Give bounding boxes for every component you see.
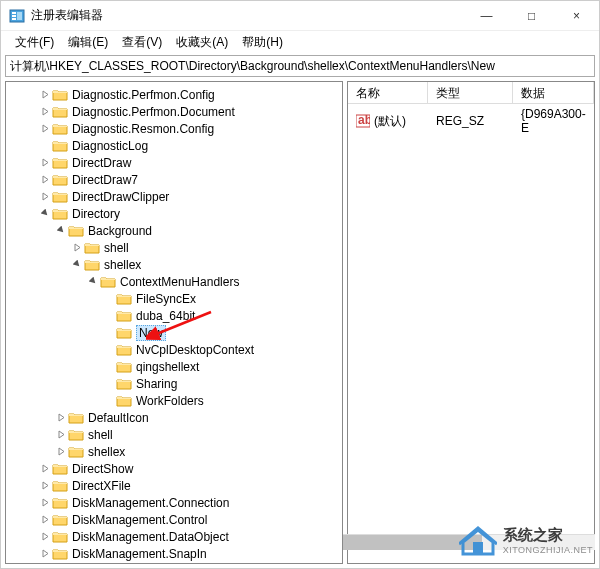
tree-item[interactable]: DiskManagement.SnapInAbout (6, 562, 342, 564)
expand-icon[interactable] (54, 428, 68, 442)
tree-item[interactable]: Directory (6, 205, 342, 222)
menu-view[interactable]: 查看(V) (116, 32, 168, 53)
tree-label: DirectDraw7 (72, 173, 138, 187)
col-data[interactable]: 数据 (513, 82, 594, 103)
tree-item[interactable]: WorkFolders (6, 392, 342, 409)
expand-icon[interactable] (54, 445, 68, 459)
tree-label: Sharing (136, 377, 177, 391)
col-type[interactable]: 类型 (428, 82, 513, 103)
tree-item[interactable]: Background (6, 222, 342, 239)
tree-item[interactable]: shellex (6, 443, 342, 460)
maximize-button[interactable]: □ (509, 1, 554, 30)
menu-favorites[interactable]: 收藏夹(A) (170, 32, 234, 53)
tree-item[interactable]: DiskManagement.DataObject (6, 528, 342, 545)
tree-item[interactable]: duba_64bit (6, 307, 342, 324)
tree-item[interactable]: DirectXFile (6, 477, 342, 494)
expand-icon[interactable] (38, 105, 52, 119)
expand-icon[interactable] (38, 122, 52, 136)
tree-item[interactable]: DirectDrawClipper (6, 188, 342, 205)
watermark-house-icon (459, 524, 497, 556)
window-title: 注册表编辑器 (31, 7, 464, 24)
svg-rect-3 (12, 18, 16, 20)
tree-pane[interactable]: Diagnostic.Perfmon.ConfigDiagnostic.Perf… (5, 81, 343, 564)
tree-label: DiskManagement.SnapIn (72, 547, 207, 561)
menu-help[interactable]: 帮助(H) (236, 32, 289, 53)
tree-label: DirectShow (72, 462, 133, 476)
list-row[interactable]: ab (默认) REG_SZ {D969A300-E (348, 104, 594, 138)
tree-item[interactable]: qingshellext (6, 358, 342, 375)
minimize-button[interactable]: — (464, 1, 509, 30)
tree-item[interactable]: Sharing (6, 375, 342, 392)
svg-rect-8 (473, 542, 483, 554)
value-data: {D969A300-E (521, 107, 586, 135)
list-header: 名称 类型 数据 (348, 82, 594, 104)
svg-text:ab: ab (358, 114, 370, 127)
tree-item[interactable]: shellex (6, 256, 342, 273)
menu-file[interactable]: 文件(F) (9, 32, 60, 53)
expand-icon[interactable] (38, 564, 52, 565)
tree-label: shellex (104, 258, 141, 272)
tree-label: WorkFolders (136, 394, 204, 408)
expand-icon[interactable] (38, 530, 52, 544)
tree-label: DirectDrawClipper (72, 190, 169, 204)
expand-icon[interactable] (70, 241, 84, 255)
tree-label: New (136, 325, 166, 341)
collapse-icon[interactable] (86, 275, 100, 289)
collapse-icon[interactable] (70, 258, 84, 272)
collapse-icon[interactable] (38, 207, 52, 221)
tree-label: DiskManagement.Control (72, 513, 207, 527)
tree-item[interactable]: DefaultIcon (6, 409, 342, 426)
expand-icon[interactable] (38, 479, 52, 493)
tree-label: shellex (88, 445, 125, 459)
close-button[interactable]: × (554, 1, 599, 30)
tree-item[interactable]: DiskManagement.Connection (6, 494, 342, 511)
expand-icon[interactable] (38, 547, 52, 561)
regedit-icon (9, 8, 25, 24)
title-bar: 注册表编辑器 — □ × (1, 1, 599, 31)
tree-item[interactable]: shell (6, 426, 342, 443)
expand-icon[interactable] (38, 496, 52, 510)
expand-icon[interactable] (38, 173, 52, 187)
tree-item[interactable]: DirectShow (6, 460, 342, 477)
tree-item[interactable]: FileSyncEx (6, 290, 342, 307)
tree-label: shell (104, 241, 129, 255)
tree-label: DirectXFile (72, 479, 131, 493)
tree-item[interactable]: ContextMenuHandlers (6, 273, 342, 290)
watermark: 系统之家 XITONGZHIJIA.NET (459, 524, 593, 556)
tree-item[interactable]: NvCplDesktopContext (6, 341, 342, 358)
expand-icon[interactable] (38, 88, 52, 102)
collapse-icon[interactable] (54, 224, 68, 238)
tree-item[interactable]: DiagnosticLog (6, 137, 342, 154)
expand-icon[interactable] (38, 190, 52, 204)
tree-item[interactable]: DiskManagement.SnapIn (6, 545, 342, 562)
tree-item[interactable]: Diagnostic.Resmon.Config (6, 120, 342, 137)
tree-item[interactable]: DirectDraw (6, 154, 342, 171)
tree-label: Diagnostic.Perfmon.Config (72, 88, 215, 102)
tree-label: qingshellext (136, 360, 199, 374)
tree-label: shell (88, 428, 113, 442)
watermark-cn: 系统之家 (503, 526, 593, 545)
list-pane[interactable]: 名称 类型 数据 ab (默认) REG_SZ {D969A300-E (347, 81, 595, 564)
tree-item[interactable]: shell (6, 239, 342, 256)
expand-icon[interactable] (38, 156, 52, 170)
address-bar[interactable]: 计算机\HKEY_CLASSES_ROOT\Directory\Backgrou… (5, 55, 595, 77)
expand-icon[interactable] (54, 411, 68, 425)
svg-rect-1 (12, 12, 16, 14)
tree-label: Directory (72, 207, 120, 221)
tree-item[interactable]: DirectDraw7 (6, 171, 342, 188)
tree-item[interactable]: Diagnostic.Perfmon.Config (6, 86, 342, 103)
value-type: REG_SZ (436, 114, 484, 128)
tree-item[interactable]: Diagnostic.Perfmon.Document (6, 103, 342, 120)
expand-icon[interactable] (38, 513, 52, 527)
expand-icon[interactable] (38, 462, 52, 476)
tree-item[interactable]: DiskManagement.Control (6, 511, 342, 528)
svg-rect-4 (17, 12, 22, 20)
tree-item[interactable]: New (6, 324, 342, 341)
col-name[interactable]: 名称 (348, 82, 428, 103)
watermark-en: XITONGZHIJIA.NET (503, 545, 593, 555)
tree-label: NvCplDesktopContext (136, 343, 254, 357)
tree-label: Diagnostic.Resmon.Config (72, 122, 214, 136)
menu-edit[interactable]: 编辑(E) (62, 32, 114, 53)
tree-label: Background (88, 224, 152, 238)
menu-bar: 文件(F) 编辑(E) 查看(V) 收藏夹(A) 帮助(H) (1, 31, 599, 53)
